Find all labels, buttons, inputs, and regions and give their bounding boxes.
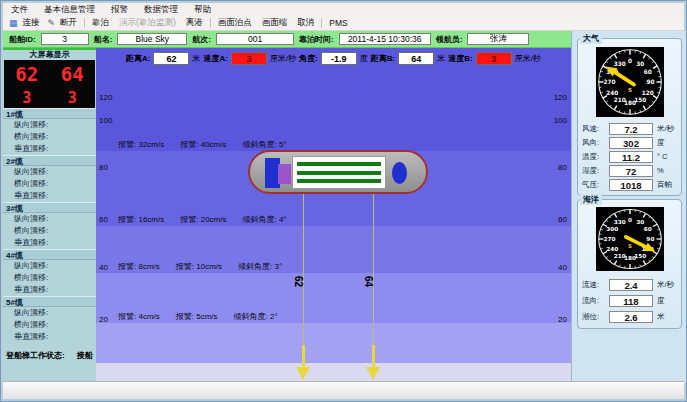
drift-row-longitudinal: 纵向漂移:: [3, 307, 96, 319]
pilot-label: 领航员:: [436, 34, 463, 45]
wind-direction-value: 302: [609, 137, 653, 149]
berthing-chart: 距离A: 62 米 速度A: 3 厘米/秒 角度: -1.9 度 距离B: 64…: [96, 48, 571, 383]
readout-row: 距离A: 62 米 速度A: 3 厘米/秒 角度: -1.9 度 距离B: 64…: [96, 48, 571, 68]
ship-deckhouse: [278, 164, 291, 184]
pressure-unit: 百帕: [657, 180, 672, 190]
alarm-speed-a: 报警: 4cm/s: [118, 311, 160, 322]
mooring-group-4: 4#缆 纵向漂移: 横向漂移: 垂直漂移:: [3, 249, 96, 296]
pressure-value: 1018: [609, 179, 653, 191]
y-axis-tick-left: 120: [99, 93, 119, 102]
current-speed-label: 流速:: [582, 280, 609, 290]
pilot-field[interactable]: [467, 33, 529, 45]
sidebar: 大屏幕显示 62 64 3 3 1#缆 纵向漂移: 横向漂移: 垂直漂移: 2#…: [3, 48, 96, 383]
menu-item-data-mgmt[interactable]: 数据管理: [136, 4, 186, 16]
cargo-stripe: [297, 171, 381, 175]
y-axis-tick-right: 100: [547, 116, 567, 125]
tide-level-row: 潮位: 2.6 米: [582, 309, 681, 324]
drift-row-lateral: 横向漂移:: [3, 272, 96, 284]
svg-text:30: 30: [636, 219, 644, 225]
measure-arrow-b: [372, 345, 375, 367]
svg-text:240: 240: [606, 90, 618, 96]
drift-row-vertical: 垂直漂移:: [3, 143, 96, 155]
alarm-speed-a: 报警: 8cm/s: [118, 261, 160, 272]
svg-text:210: 210: [613, 253, 625, 259]
ocean-title: 海洋: [580, 194, 602, 205]
alarm-line-3: 报警: 8cm/s 报警: 10cm/s 倾斜角度: 3°: [118, 261, 282, 272]
app-window: 文件 基本信息管理 报警 数据管理 帮助 ▦ 连接 ✎ 断开 靠泊 演示(靠泊监…: [0, 0, 687, 402]
menu-item-alarm[interactable]: 报警: [103, 4, 136, 16]
drift-row-longitudinal: 纵向漂移:: [3, 166, 96, 178]
alarm-tilt: 倾斜角度: 3°: [238, 261, 282, 272]
mooring-group-header: 5#缆: [3, 296, 96, 307]
speed-b-value-alarm: 3: [476, 52, 512, 65]
connect-icon: ▦: [9, 19, 18, 28]
disconnect-icon: ✎: [48, 19, 56, 28]
svg-text:300: 300: [606, 226, 618, 232]
distance-b-unit: 米: [437, 53, 445, 64]
mooring-group-1: 1#缆 纵向漂移: 横向漂移: 垂直漂移:: [3, 108, 96, 155]
svg-text:270: 270: [603, 79, 615, 85]
alarm-speed-b: 报警: 5cm/s: [176, 311, 218, 322]
svg-text:90: 90: [646, 79, 654, 85]
menu-item-file[interactable]: 文件: [3, 4, 36, 16]
svg-text:330: 330: [613, 61, 625, 67]
cargo-stripe: [297, 179, 381, 183]
led-speed-a: 3: [22, 89, 31, 107]
environment-panel: 大气 0306090120150180210240270300330S 风速: …: [571, 31, 686, 383]
alarm-speed-b: 报警: 20cm/s: [180, 214, 226, 225]
toolbar-depart[interactable]: 离港: [181, 17, 208, 29]
measure-arrowhead-b: [366, 367, 380, 380]
mooring-group-header: 3#缆: [3, 202, 96, 213]
atmosphere-box: 0306090120150180210240270300330S 风速: 7.2…: [577, 38, 682, 196]
ship-id-field[interactable]: [41, 33, 89, 45]
measure-arrowhead-a: [296, 367, 310, 380]
toolbar-disconnect[interactable]: 断开: [55, 17, 82, 29]
ocean-gauge: 0306090120150180210240270300330S: [596, 207, 664, 271]
toolbar-screen-berth-point[interactable]: 画面泊点: [213, 17, 257, 29]
svg-text:60: 60: [643, 226, 651, 232]
toolbar-separator: [321, 18, 322, 28]
menu-item-basic-info[interactable]: 基本信息管理: [36, 4, 103, 16]
toolbar-demo-monitor[interactable]: 演示(靠泊监测): [114, 17, 181, 29]
toolbar-berth[interactable]: 靠泊: [87, 17, 114, 29]
measure-arrow-a: [302, 345, 305, 367]
tide-level-value: 2.6: [609, 311, 653, 323]
atmosphere-gauge: 0306090120150180210240270300330S: [596, 47, 664, 117]
menu-item-help[interactable]: 帮助: [186, 4, 219, 16]
svg-text:0: 0: [627, 217, 631, 223]
atmosphere-title: 大气: [580, 33, 602, 44]
wind-speed-label: 风速:: [582, 124, 609, 134]
ship-name-field[interactable]: [117, 33, 187, 45]
voyage-field[interactable]: [216, 33, 294, 45]
y-axis-tick-left: 60: [99, 215, 119, 224]
toolbar-screen-side[interactable]: 画面端: [257, 17, 293, 29]
alarm-line-2: 报警: 16cm/s 报警: 20cm/s 倾斜角度: 4°: [118, 214, 287, 225]
ship-bow-circle: [392, 162, 407, 184]
current-direction-label: 流向:: [582, 296, 609, 306]
measure-label-b: 64: [363, 276, 374, 287]
toolbar-pms[interactable]: PMS: [324, 18, 352, 28]
y-axis-tick-right: 40: [547, 263, 567, 272]
distance-b-value: 64: [398, 52, 434, 65]
distance-a-label: 距离A:: [126, 53, 150, 64]
led-speed-b: 3: [68, 89, 77, 107]
distance-a-value: 62: [153, 52, 189, 65]
drift-row-lateral: 横向漂移:: [3, 225, 96, 237]
angle-unit: 度: [360, 53, 368, 64]
drift-row-vertical: 垂直漂移:: [3, 190, 96, 202]
mooring-group-3: 3#缆 纵向漂移: 横向漂移: 垂直漂移:: [3, 202, 96, 249]
temperature-label: 温度:: [582, 152, 609, 162]
speed-b-label: 速度B:: [448, 53, 472, 64]
current-direction-unit: 度: [657, 296, 665, 306]
drift-row-lateral: 横向漂移:: [3, 319, 96, 331]
angle-label: 角度:: [299, 53, 318, 64]
current-direction-value: 118: [609, 295, 653, 307]
gangway-status: 登船梯工作状态: 接船: [3, 350, 96, 361]
speed-a-unit: 厘米/秒: [270, 53, 296, 64]
alarm-tilt: 倾斜角度: 4°: [242, 214, 286, 225]
toolbar-cancel[interactable]: 取消: [292, 17, 319, 29]
drift-row-vertical: 垂直漂移:: [3, 237, 96, 249]
wind-speed-value: 7.2: [609, 123, 653, 135]
toolbar-connect[interactable]: 连接: [18, 17, 45, 29]
berth-time-field[interactable]: [339, 33, 431, 45]
